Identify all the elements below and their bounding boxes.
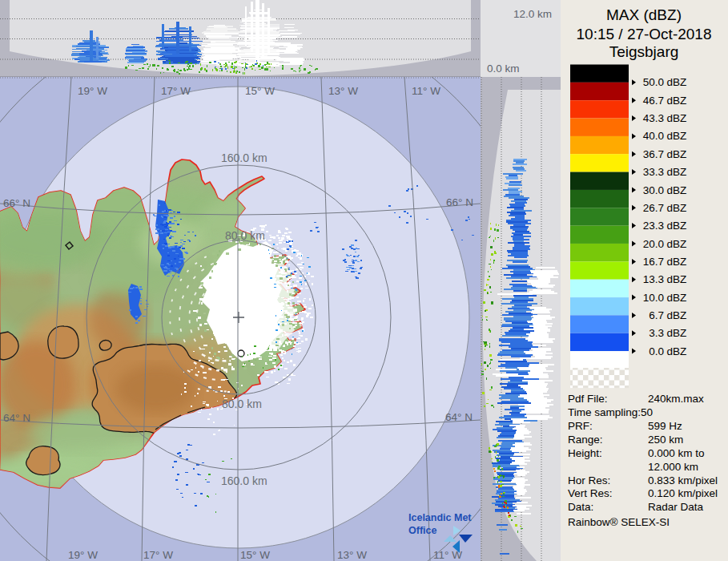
svg-text:dBZ: dBZ <box>667 184 687 196</box>
svg-text:PRF:: PRF: <box>568 420 593 432</box>
svg-text:Hor Res:: Hor Res: <box>568 474 610 486</box>
svg-text:10.0: 10.0 <box>643 292 664 304</box>
svg-text:250 km: 250 km <box>648 434 683 446</box>
svg-text:dBZ: dBZ <box>667 76 687 88</box>
svg-text:dBZ: dBZ <box>667 148 687 160</box>
svg-text:Time sampling:50: Time sampling:50 <box>568 406 653 418</box>
svg-text:43.3: 43.3 <box>643 112 664 124</box>
svg-text:dBZ: dBZ <box>667 309 687 321</box>
svg-text:dBZ: dBZ <box>667 327 687 339</box>
svg-text:66° N: 66° N <box>446 196 473 208</box>
svg-text:15° W: 15° W <box>240 549 270 561</box>
svg-text:Rainbow® SELEX-SI: Rainbow® SELEX-SI <box>568 516 670 528</box>
svg-text:33.3: 33.3 <box>643 166 664 178</box>
svg-text:80.0 km: 80.0 km <box>222 398 262 410</box>
svg-text:Vert Res:: Vert Res: <box>568 487 613 499</box>
svg-text:64° N: 64° N <box>445 411 473 423</box>
svg-text:36.7: 36.7 <box>643 148 664 160</box>
svg-text:Range:: Range: <box>568 434 603 446</box>
svg-text:6.7: 6.7 <box>649 309 664 321</box>
svg-text:19° W: 19° W <box>78 85 107 97</box>
svg-text:160.0 km: 160.0 km <box>221 474 267 487</box>
svg-text:15° W: 15° W <box>245 85 275 97</box>
svg-text:46.7: 46.7 <box>643 95 664 107</box>
svg-text:16.7: 16.7 <box>643 256 664 268</box>
svg-text:0.0: 0.0 <box>649 345 664 357</box>
svg-text:50.0: 50.0 <box>643 76 664 88</box>
svg-text:Height:: Height: <box>568 447 602 459</box>
svg-text:30.0: 30.0 <box>643 184 664 196</box>
svg-text:dBZ: dBZ <box>667 220 687 232</box>
svg-text:Pdf File:: Pdf File: <box>568 393 608 405</box>
svg-text:3.3: 3.3 <box>649 327 664 339</box>
svg-text:240km.max: 240km.max <box>648 393 704 405</box>
svg-text:0.833 km/pixel: 0.833 km/pixel <box>648 474 718 486</box>
svg-text:80.0 km: 80.0 km <box>225 229 265 242</box>
svg-text:dBZ: dBZ <box>667 273 687 285</box>
svg-text:0.000 km to: 0.000 km to <box>648 447 705 459</box>
svg-text:dBZ: dBZ <box>667 256 687 268</box>
svg-text:17° W: 17° W <box>143 549 173 561</box>
svg-text:20.0: 20.0 <box>643 238 664 250</box>
svg-text:599 Hz: 599 Hz <box>648 420 682 432</box>
svg-text:dBZ: dBZ <box>667 202 687 214</box>
svg-text:Radar Data: Radar Data <box>648 501 704 513</box>
svg-text:dBZ: dBZ <box>667 112 687 124</box>
svg-text:Data:: Data: <box>568 501 593 513</box>
svg-text:13.3: 13.3 <box>643 273 664 285</box>
svg-text:12.000 km: 12.000 km <box>648 461 698 473</box>
svg-text:19° W: 19° W <box>68 549 98 561</box>
svg-text:dBZ: dBZ <box>667 95 687 107</box>
svg-text:13° W: 13° W <box>328 85 358 97</box>
svg-text:10:15 / 27-Oct-2018: 10:15 / 27-Oct-2018 <box>577 26 712 42</box>
svg-text:40.0: 40.0 <box>643 130 664 142</box>
svg-text:dBZ: dBZ <box>667 166 687 178</box>
svg-text:dBZ: dBZ <box>667 292 687 304</box>
svg-text:23.3: 23.3 <box>643 220 664 232</box>
svg-text:0.120 km/pixel: 0.120 km/pixel <box>648 487 718 499</box>
svg-text:dBZ: dBZ <box>667 238 687 250</box>
svg-text:Icelandic Met: Icelandic Met <box>408 512 472 523</box>
svg-text:64° N: 64° N <box>3 412 30 424</box>
svg-text:160.0 km: 160.0 km <box>221 151 267 164</box>
svg-text:13° W: 13° W <box>337 549 367 561</box>
svg-text:11° W: 11° W <box>412 85 440 97</box>
svg-text:26.7: 26.7 <box>643 202 664 214</box>
svg-text:66° N: 66° N <box>3 197 30 209</box>
svg-text:Office: Office <box>408 525 436 536</box>
svg-text:Teigsbjarg: Teigsbjarg <box>609 43 679 60</box>
svg-text:dBZ: dBZ <box>667 130 687 142</box>
svg-text:MAX (dBZ): MAX (dBZ) <box>606 6 682 23</box>
svg-text:0.0 km: 0.0 km <box>487 63 520 75</box>
svg-text:17° W: 17° W <box>161 85 191 97</box>
svg-text:12.0 km: 12.0 km <box>513 8 552 20</box>
svg-text:dBZ: dBZ <box>667 345 687 357</box>
